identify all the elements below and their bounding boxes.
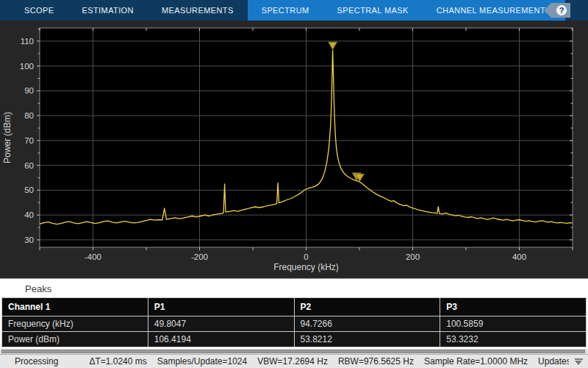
help-button[interactable]: ? [544, 3, 570, 18]
peaks-col-header: Channel 1 [2, 298, 148, 316]
status-vbw: VBW=17.2694 Hz [257, 356, 328, 367]
peaks-col-header: P1 [148, 298, 294, 316]
status-overflow-icon-triangle [575, 361, 582, 365]
x-tick-label: 200 [406, 252, 420, 261]
y-tick-label: 90 [24, 86, 34, 95]
peaks-cell-value: 53.3232 [440, 332, 587, 347]
peaks-cell-value: 106.4194 [148, 332, 294, 347]
toolbar-tabbar: SCOPE ESTIMATION MEASUREMENTS SPECTRUM S… [0, 0, 588, 21]
y-tick-label: 110 [21, 37, 34, 46]
tab-scope[interactable]: SCOPE [10, 0, 68, 21]
y-tick-label: 50 [24, 185, 34, 194]
spectrum-plot-canvas[interactable]: -400-200020040030405060708090100110Frequ… [0, 21, 588, 278]
tab-measurements[interactable]: MEASUREMENTS [148, 0, 248, 21]
spectrum-plot[interactable]: -400-200020040030405060708090100110Frequ… [0, 21, 588, 278]
tab-spectrum[interactable]: SPECTRUM [248, 0, 323, 21]
tab-estimation[interactable]: ESTIMATION [68, 0, 148, 21]
peaks-panel: Peaks Channel 1P1P2P3 Frequency (kHz)49.… [0, 278, 588, 349]
x-axis-title: Frequency (kHz) [273, 262, 339, 272]
peaks-table-row: Power (dBm)106.419453.821253.3232 [2, 332, 587, 347]
peaks-cell-value: 53.8212 [294, 332, 440, 347]
status-samples-per-update: Samples/Update=1024 [157, 356, 247, 367]
peaks-col-header: P3 [440, 298, 587, 316]
status-sample-rate: Sample Rate=1.0000 MHz [424, 356, 528, 367]
y-tick-label: 60 [24, 161, 34, 170]
peaks-table: Channel 1P1P2P3 Frequency (kHz)49.804794… [1, 297, 587, 347]
tab-group-main: SCOPE ESTIMATION MEASUREMENTS [10, 0, 248, 21]
x-tick-label: -400 [85, 252, 101, 261]
x-tick-label: -200 [191, 252, 208, 261]
peaks-row-label: Power (dBm) [2, 332, 148, 347]
y-tick-label: 100 [20, 62, 34, 71]
status-overflow-icon[interactable] [569, 354, 588, 368]
peaks-col-header: P2 [294, 298, 440, 316]
peaks-cell-value: 94.7266 [294, 316, 440, 332]
status-delta-t: ΔT=1.0240 ms [89, 356, 146, 367]
x-tick-label: 0 [304, 252, 308, 261]
tab-group-measurements-active: SPECTRUM SPECTRAL MASK CHANNEL MEASUREME… [248, 0, 565, 21]
horizontal-scrollbar[interactable] [0, 349, 588, 354]
y-tick-label: 40 [24, 210, 34, 219]
y-tick-label: 80 [24, 111, 34, 120]
peaks-table-header-row: Channel 1P1P2P3 [2, 298, 587, 316]
status-rbw: RBW=976.5625 Hz [338, 356, 414, 367]
y-tick-label: 30 [24, 236, 34, 244]
peaks-cell-value: 49.8047 [148, 316, 294, 332]
status-bar: Processing ΔT=1.0240 ms Samples/Update=1… [0, 354, 588, 368]
horizontal-scrollbar-thumb[interactable] [1, 350, 585, 353]
status-overflow-icon-bar [575, 358, 583, 360]
peaks-cell-value: 100.5859 [440, 316, 587, 332]
peaks-row-label: Frequency (kHz) [2, 316, 148, 332]
peaks-table-row: Frequency (kHz)49.804794.7266100.5859 [2, 316, 587, 332]
peaks-panel-title: Peaks [0, 279, 588, 297]
spectrum-analyzer-window: SCOPE ESTIMATION MEASUREMENTS SPECTRUM S… [0, 0, 588, 368]
y-axis-title: Power (dBm) [2, 112, 12, 163]
tab-spectral-mask[interactable]: SPECTRAL MASK [323, 0, 423, 21]
help-icon: ? [556, 5, 567, 15]
status-state: Processing [15, 356, 58, 367]
x-tick-label: 400 [512, 252, 526, 261]
y-tick-label: 70 [24, 136, 34, 145]
